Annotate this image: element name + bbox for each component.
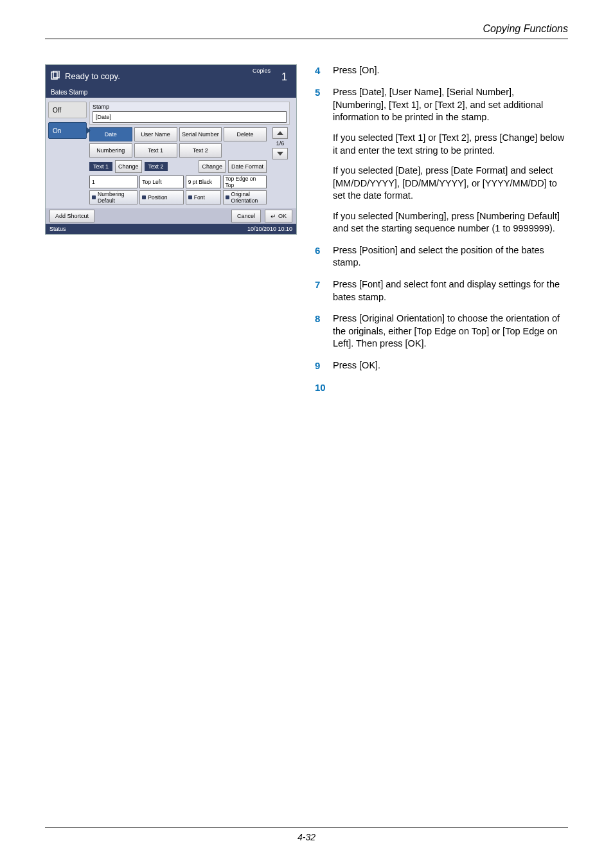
delete-button[interactable]: Delete	[224, 127, 267, 141]
text1-change-button[interactable]: Change	[115, 160, 142, 173]
chevron-up-icon	[277, 131, 283, 135]
stamp-opt-username[interactable]: User Name	[134, 127, 177, 141]
stamp-value: [Date]	[93, 111, 287, 123]
step-number: 8	[315, 312, 333, 350]
stamp-opt-text2[interactable]: Text 2	[179, 143, 222, 158]
page-number: 4-32	[45, 827, 568, 842]
step-text: Press [Date], [User Name], [Serial Numbe…	[333, 86, 568, 124]
step-text: Press [On].	[333, 64, 568, 77]
enter-icon: ↵	[271, 213, 276, 220]
cancel-button[interactable]: Cancel	[231, 210, 261, 222]
step-text: Press [Original Orientation] to choose t…	[333, 312, 568, 350]
step-number: 6	[315, 244, 333, 269]
step-text: Press [OK].	[333, 359, 568, 372]
tab-on[interactable]: On	[48, 122, 87, 139]
text2-label: Text 2	[145, 162, 168, 171]
copies-label: Copies	[253, 68, 271, 74]
step-number: 7	[315, 278, 333, 303]
status-label[interactable]: Status	[49, 226, 66, 232]
step-text: Press [Position] and select the position…	[333, 244, 568, 269]
tab-off[interactable]: Off	[48, 102, 87, 118]
step-number: 5	[315, 86, 333, 235]
step-number: 4	[315, 64, 333, 77]
stamp-opt-numbering[interactable]: Numbering	[89, 143, 132, 158]
numbering-default-label: Numbering Default	[98, 191, 135, 204]
ok-button[interactable]: ↵OK	[265, 210, 292, 222]
copies-count: 1	[281, 71, 287, 83]
step-text: If you selected [Date], press [Date Form…	[333, 165, 568, 203]
copier-touch-panel: Ready to copy. Copies 1 Bates Stamp Off …	[45, 64, 297, 235]
stamp-opt-serial[interactable]: Serial Number	[179, 127, 222, 141]
page-indicator: 1/6	[276, 140, 285, 147]
stamp-opt-date[interactable]: Date	[89, 127, 132, 141]
chevron-down-icon	[277, 152, 283, 156]
position-label: Position	[148, 194, 167, 201]
text2-change-button[interactable]: Change	[199, 160, 226, 173]
header-rule	[45, 39, 568, 39]
stamp-opt-text1[interactable]: Text 1	[134, 143, 177, 158]
orientation-value: Top Edge on Top	[223, 176, 267, 188]
font-value: 9 pt Black	[186, 176, 221, 188]
step-number: 9	[315, 359, 333, 372]
font-label: Font	[194, 194, 205, 201]
add-shortcut-button[interactable]: Add Shortcut	[49, 210, 94, 222]
step-text: If you selected [Numbering], press [Numb…	[333, 210, 568, 235]
page-down-button[interactable]	[272, 148, 288, 159]
numbering-default-button[interactable]: Numbering Default	[89, 190, 138, 204]
status-text: Ready to copy.	[65, 71, 120, 81]
position-button[interactable]: Position	[139, 190, 183, 204]
stamp-label: Stamp	[93, 104, 287, 110]
datetime: 10/10/2010 10:10	[247, 226, 292, 232]
feature-tab: Bates Stamp	[46, 87, 296, 98]
copy-icon	[49, 70, 61, 82]
orientation-button[interactable]: Original Orientation	[223, 190, 267, 204]
date-format-button[interactable]: Date Format	[228, 160, 267, 173]
position-value: Top Left	[139, 176, 183, 188]
orientation-label: Original Orientation	[231, 191, 264, 204]
step-text: If you selected [Text 1] or [Text 2], pr…	[333, 132, 568, 157]
ok-label: OK	[278, 213, 287, 219]
step-text: Press [Font] and select font and display…	[333, 278, 568, 303]
numbering-value: 1	[89, 176, 138, 188]
step-number: 10	[315, 381, 333, 394]
section-title: Copying Functions	[483, 23, 568, 35]
font-button[interactable]: Font	[186, 190, 221, 204]
text1-label: Text 1	[89, 162, 112, 171]
stamp-group: Stamp [Date]	[89, 102, 290, 125]
page-up-button[interactable]	[272, 127, 288, 139]
panel-titlebar: Ready to copy. Copies 1	[46, 65, 296, 87]
